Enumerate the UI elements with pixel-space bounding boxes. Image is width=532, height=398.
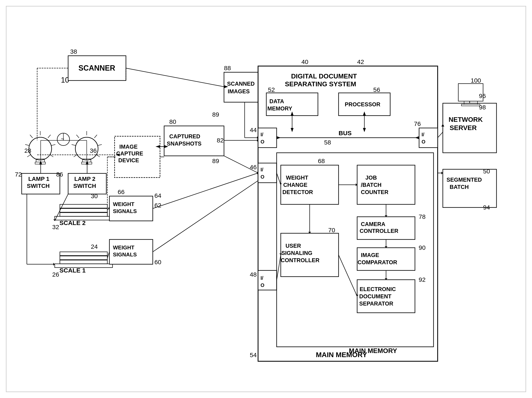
svg-text:CAPTURED: CAPTURED — [169, 133, 200, 139]
svg-text:68: 68 — [318, 158, 325, 164]
svg-text:COMPARATOR: COMPARATOR — [358, 259, 397, 265]
svg-text:94: 94 — [483, 204, 490, 211]
svg-text:I/: I/ — [260, 132, 263, 137]
svg-text:SIGNALS: SIGNALS — [113, 252, 137, 258]
svg-text:SIGNALING: SIGNALING — [281, 250, 312, 256]
svg-text:PROCESSOR: PROCESSOR — [345, 101, 380, 107]
svg-text:COUNTER: COUNTER — [361, 189, 388, 195]
svg-text:I/: I/ — [422, 132, 424, 137]
svg-text:SEGMENTED: SEGMENTED — [447, 177, 482, 183]
svg-text:IMAGE: IMAGE — [119, 144, 138, 150]
svg-text:SCANNED: SCANNED — [227, 81, 255, 87]
svg-text:54: 54 — [250, 352, 257, 358]
svg-text:SEPARATING SYSTEM: SEPARATING SYSTEM — [285, 80, 356, 88]
svg-text:I/: I/ — [260, 167, 263, 172]
svg-text:89: 89 — [212, 111, 219, 118]
svg-text:SWITCH: SWITCH — [73, 183, 96, 189]
svg-text:SIGNALS: SIGNALS — [113, 208, 137, 214]
svg-text:IMAGES: IMAGES — [228, 88, 250, 95]
svg-text:~: ~ — [61, 136, 64, 142]
svg-rect-78 — [419, 128, 438, 148]
svg-text:40: 40 — [301, 58, 308, 65]
svg-text:IMAGE: IMAGE — [361, 252, 379, 258]
svg-text:SWITCH: SWITCH — [27, 183, 50, 189]
svg-text:CONTROLLER: CONTROLLER — [360, 228, 398, 234]
svg-text:30: 30 — [91, 193, 98, 199]
svg-text:80: 80 — [169, 118, 176, 125]
svg-text:92: 92 — [419, 276, 425, 283]
svg-rect-93 — [258, 163, 277, 183]
svg-text:52: 52 — [268, 86, 275, 93]
svg-text:82: 82 — [217, 137, 224, 144]
svg-text:SCANNER: SCANNER — [78, 64, 115, 72]
svg-text:60: 60 — [154, 259, 161, 265]
svg-text:66: 66 — [118, 189, 125, 195]
svg-text:DOCUMENT: DOCUMENT — [359, 293, 391, 300]
svg-text:38: 38 — [70, 48, 77, 55]
svg-text:100: 100 — [471, 77, 481, 84]
svg-text:DIGITAL DOCUMENT: DIGITAL DOCUMENT — [291, 72, 357, 80]
ref-28: 28 — [24, 147, 31, 154]
svg-text:CAMERA: CAMERA — [361, 221, 386, 227]
svg-text:I/: I/ — [260, 275, 263, 281]
svg-text:O: O — [260, 282, 265, 288]
svg-text:50: 50 — [483, 168, 490, 175]
svg-rect-123 — [357, 248, 415, 271]
diagram-svg: 10 LAMP 1 SWITCH 28 72 LAMP 2 SWITCH 36 … — [0, 0, 532, 398]
svg-rect-74 — [258, 128, 277, 148]
svg-text:USER: USER — [285, 243, 301, 249]
svg-text:88: 88 — [224, 65, 231, 71]
svg-text:36: 36 — [90, 147, 97, 154]
svg-text:JOB: JOB — [365, 175, 377, 181]
svg-text:32: 32 — [52, 224, 59, 230]
svg-rect-50 — [114, 136, 160, 177]
svg-text:78: 78 — [419, 213, 425, 220]
svg-text:DEVICE: DEVICE — [118, 157, 139, 164]
svg-text:BATCH: BATCH — [450, 184, 469, 190]
svg-text:89: 89 — [212, 158, 219, 164]
svg-text:MEMORY: MEMORY — [267, 106, 292, 112]
svg-text:SCALE 2: SCALE 2 — [59, 219, 86, 226]
svg-text:DATA: DATA — [269, 98, 284, 104]
svg-text:70: 70 — [328, 227, 335, 234]
svg-text:O: O — [260, 139, 265, 145]
svg-text:O: O — [422, 139, 425, 145]
svg-text:48: 48 — [250, 271, 257, 278]
svg-text:SCALE 1: SCALE 1 — [59, 267, 86, 274]
ref-72: 72 — [15, 171, 22, 178]
svg-text:WEIGHT: WEIGHT — [113, 244, 134, 251]
svg-text:96: 96 — [479, 93, 486, 99]
svg-text:86: 86 — [56, 171, 63, 178]
svg-text:SNAPSHOTS: SNAPSHOTS — [167, 141, 202, 147]
svg-text:SERVER: SERVER — [450, 124, 477, 132]
svg-text:24: 24 — [91, 243, 98, 250]
svg-text:26: 26 — [52, 271, 59, 278]
svg-text:76: 76 — [414, 120, 421, 127]
svg-text:NETWORK: NETWORK — [449, 116, 483, 123]
svg-text:44: 44 — [250, 126, 257, 133]
svg-text:/BATCH: /BATCH — [361, 182, 381, 188]
lamp1-switch-label: LAMP 1 — [28, 176, 49, 182]
svg-text:ELECTRONIC: ELECTRONIC — [360, 286, 396, 292]
svg-text:98: 98 — [479, 104, 486, 111]
svg-text:WEIGHT: WEIGHT — [286, 175, 308, 181]
svg-text:DETECTOR: DETECTOR — [282, 189, 313, 195]
svg-text:SEPARATOR: SEPARATOR — [359, 301, 393, 307]
svg-text:90: 90 — [419, 244, 425, 251]
svg-text:56: 56 — [373, 86, 380, 93]
svg-text:O: O — [260, 174, 265, 180]
svg-text:CAPTURE: CAPTURE — [116, 151, 143, 157]
svg-text:BUS: BUS — [339, 130, 352, 136]
svg-text:CHANGE: CHANGE — [283, 182, 307, 188]
svg-text:LAMP 2: LAMP 2 — [74, 176, 95, 182]
svg-text:64: 64 — [154, 192, 161, 199]
svg-text:58: 58 — [324, 139, 331, 146]
svg-text:MAIN MEMORY: MAIN MEMORY — [349, 347, 397, 354]
svg-text:42: 42 — [357, 58, 364, 65]
svg-text:CONTROLLER: CONTROLLER — [281, 257, 319, 263]
svg-text:WEIGHT: WEIGHT — [113, 201, 134, 207]
